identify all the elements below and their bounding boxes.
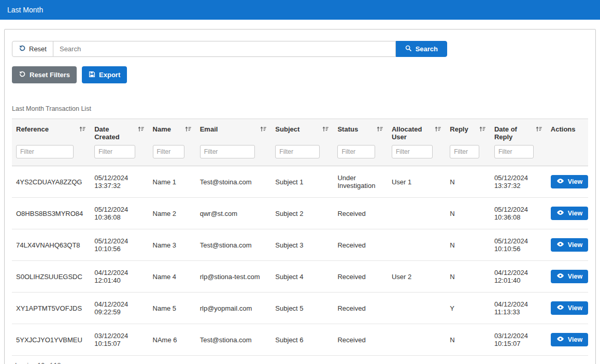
table-row: 4YS2CDUAYA8ZZQG 05/12/2024 13:37:32 Name… (12, 166, 588, 198)
eye-icon (556, 178, 564, 185)
view-button-label: View (568, 336, 582, 343)
cell-date-of-reply: 04/12/2024 11:13:33 (490, 293, 547, 324)
view-button-label: View (568, 304, 582, 312)
cell-actions: View (547, 198, 588, 229)
cell-allocated-user (388, 293, 446, 324)
reset-button[interactable]: Reset (12, 41, 53, 57)
filter-input-reply[interactable] (450, 145, 479, 158)
cell-date-created: 04/12/2024 12:01:40 (90, 261, 148, 293)
cell-actions: View (547, 229, 588, 261)
table-row: XY1APTMT5VOFJDS 04/12/2024 09:22:59 Name… (12, 293, 588, 324)
column-header-reply[interactable]: Reply (446, 119, 490, 144)
view-button-label: View (568, 178, 582, 185)
cell-subject: Subject 2 (271, 198, 333, 229)
cell-name: NAme 6 (149, 324, 196, 356)
cell-email: qwr@st.com (196, 198, 272, 229)
view-button-label: View (568, 273, 582, 280)
column-header-actions: Actions (547, 119, 588, 144)
column-header-email[interactable]: Email (196, 119, 272, 144)
sort-icon[interactable] (138, 126, 145, 134)
cell-name: Name 4 (149, 261, 196, 293)
filter-input-name[interactable] (153, 145, 185, 158)
cell-date-of-reply: 05/12/2024 13:37:32 (490, 166, 547, 198)
cell-reference: 4YS2CDUAYA8ZZQG (12, 166, 90, 198)
reset-filters-button[interactable]: Reset Filters (12, 66, 77, 83)
column-header-date-created[interactable]: Date Created (90, 119, 148, 144)
sort-icon[interactable] (536, 126, 542, 134)
cell-reference: XY1APTMT5VOFJDS (12, 293, 90, 324)
sort-icon[interactable] (435, 126, 441, 134)
cell-date-of-reply: 04/12/2024 12:01:40 (490, 261, 547, 293)
view-button[interactable]: View (551, 238, 588, 252)
cell-date-of-reply: 05/12/2024 10:36:08 (490, 198, 547, 229)
cell-status: Received (333, 229, 388, 261)
cell-actions: View (547, 166, 588, 198)
cell-date-of-reply: 03/12/2024 10:15:07 (490, 324, 547, 356)
cell-email: rlp@stiona-test.com (196, 261, 272, 293)
eye-icon (556, 304, 564, 312)
magnifier-icon (405, 45, 412, 53)
sort-icon[interactable] (79, 126, 86, 134)
row-count-status: showing 10 of 18 rows (12, 356, 588, 364)
cell-actions: View (547, 261, 588, 293)
cell-reply: N (446, 198, 490, 229)
filter-input-subject[interactable] (275, 145, 319, 158)
cell-date-created: 05/12/2024 10:10:56 (90, 229, 148, 261)
sort-icon[interactable] (260, 126, 267, 134)
column-header-label: Email (200, 125, 218, 133)
filter-input-date-of-reply[interactable] (494, 145, 534, 158)
table-filter-row (12, 144, 588, 166)
eye-icon (556, 210, 564, 217)
cell-allocated-user (388, 198, 446, 229)
view-button[interactable]: View (551, 333, 588, 346)
view-button[interactable]: View (551, 301, 588, 315)
search-button-label: Search (416, 45, 438, 53)
column-header-reference[interactable]: Reference (12, 119, 90, 144)
table-body: 4YS2CDUAYA8ZZQG 05/12/2024 13:37:32 Name… (12, 166, 588, 356)
cell-status: Received (333, 324, 388, 356)
cell-email: Test@stiona.com (196, 324, 272, 356)
filter-cell-actions (547, 144, 588, 166)
sort-icon[interactable] (322, 126, 329, 134)
undo-icon (19, 45, 26, 53)
filter-input-allocated-user[interactable] (392, 145, 433, 158)
column-header-date-of-reply[interactable]: Date of Reply (490, 119, 547, 144)
sort-icon[interactable] (377, 126, 383, 134)
view-button-label: View (568, 241, 582, 249)
cell-status: Received (333, 261, 388, 293)
filter-input-status[interactable] (337, 145, 375, 158)
transaction-table: Reference Date Created Name Email Subjec… (12, 119, 588, 356)
column-header-name[interactable]: Name (149, 119, 196, 144)
export-button-label: Export (99, 71, 120, 79)
search-input[interactable] (53, 41, 396, 57)
cell-allocated-user (388, 229, 446, 261)
cell-name: Name 2 (149, 198, 196, 229)
column-header-subject[interactable]: Subject (271, 119, 333, 144)
view-button[interactable]: View (551, 207, 588, 220)
cell-subject: Subject 3 (271, 229, 333, 261)
filter-input-reference[interactable] (16, 145, 74, 158)
column-header-status[interactable]: Status (333, 119, 388, 144)
filter-input-date-created[interactable] (94, 145, 135, 158)
view-button[interactable]: View (551, 270, 588, 283)
cell-date-created: 03/12/2024 10:15:07 (90, 324, 148, 356)
view-button[interactable]: View (551, 175, 588, 188)
sort-icon[interactable] (479, 126, 486, 134)
export-button[interactable]: Export (82, 66, 127, 83)
cell-actions: View (547, 324, 588, 356)
table-row: 74LX4VNAHQ63QT8 05/12/2024 10:10:56 Name… (12, 229, 588, 261)
cell-subject: Subject 5 (271, 293, 333, 324)
cell-subject: Subject 1 (271, 166, 333, 198)
cell-date-created: 05/12/2024 10:36:08 (90, 198, 148, 229)
cell-reference: 74LX4VNAHQ63QT8 (12, 229, 90, 261)
column-header-allocated-user[interactable]: Allocated User (388, 119, 446, 144)
table-caption: Last Month Transaction List (12, 105, 588, 112)
cell-reply: N (446, 261, 490, 293)
cell-allocated-user: User 1 (388, 166, 446, 198)
reset-filters-label: Reset Filters (30, 71, 70, 79)
filter-input-email[interactable] (200, 145, 255, 158)
search-button[interactable]: Search (396, 41, 447, 57)
cell-reply: N (446, 229, 490, 261)
view-button-label: View (568, 210, 582, 217)
sort-icon[interactable] (185, 126, 192, 134)
